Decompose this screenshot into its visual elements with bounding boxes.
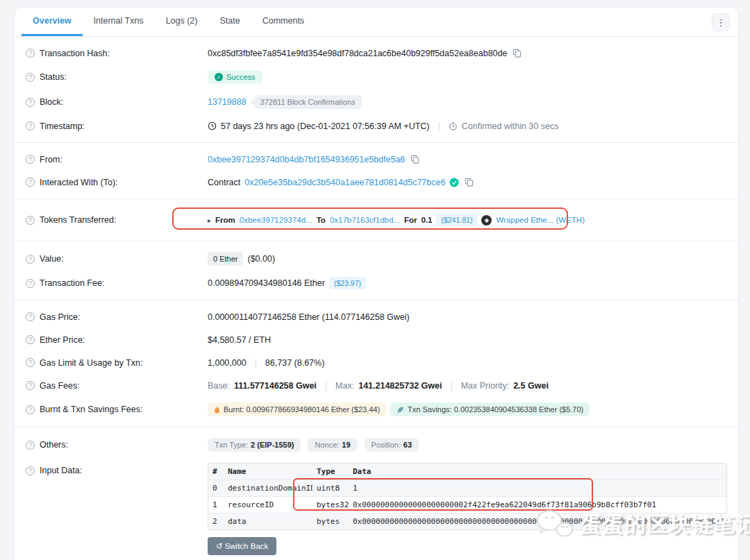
- txn-type-value: 2 (EIP-1559): [251, 441, 294, 449]
- confirmed-within: Confirmed within 30 secs: [462, 121, 559, 131]
- transaction-hash-label: Transaction Hash:: [40, 49, 110, 58]
- cell-data: 1: [349, 480, 726, 496]
- row-from: ? From: 0xbee397129374d0b4db7bf165493695…: [15, 148, 738, 171]
- to-contract-link[interactable]: 0x20e5e35ba29dc3b540a1aee781d0814d5c77bc…: [244, 178, 445, 187]
- section-parties: ? From: 0xbee397129374d0b4db7bf165493695…: [15, 143, 738, 199]
- switch-back-button[interactable]: ↺Switch Back: [208, 537, 276, 555]
- section-gas: ? Gas Price: 0.00000114077146258 Ether (…: [15, 300, 738, 427]
- row-gas-limit-usage: ? Gas Limit & Usage by Txn: 1,000,000 | …: [15, 351, 738, 374]
- divider: |: [446, 381, 456, 391]
- help-icon: ?: [26, 312, 35, 321]
- help-icon: ?: [26, 358, 35, 367]
- input-table-row: 1 resourceID bytes32 0x00000000000000000…: [208, 497, 726, 514]
- tab-overview[interactable]: Overview: [22, 8, 83, 36]
- row-interacted-with: ? Interacted With (To): Contract 0x20e5e…: [15, 171, 738, 194]
- section-summary: ? Transaction Hash: 0xc85df3fbfee7a8541e…: [15, 37, 738, 143]
- help-icon: ?: [26, 405, 35, 414]
- cell-index: 2: [208, 514, 224, 529]
- weth-token-icon: ◆: [481, 215, 492, 226]
- help-icon: ?: [26, 73, 35, 82]
- cell-index: 0: [208, 480, 224, 496]
- max-priority-label: Max Priority:: [461, 381, 509, 391]
- tab-comments[interactable]: Comments: [251, 8, 315, 36]
- nonce-badge: Nonce: 19: [308, 438, 357, 452]
- transaction-hash-value: 0xc85df3fbfee7a8541e9fd354e98df78dca21ac…: [208, 49, 507, 58]
- cell-type: bytes: [312, 514, 349, 529]
- burnt-badge: Burnt: 0.009677866934980146 Ether ($23.4…: [208, 402, 386, 416]
- token-for-label: For: [404, 216, 417, 224]
- gas-price-label: Gas Price:: [40, 312, 80, 322]
- tab-state[interactable]: State: [208, 8, 251, 36]
- input-table-row: 2 data bytes 0x0000000000000000000000000…: [208, 514, 726, 529]
- row-transaction-hash: ? Transaction Hash: 0xc85df3fbfee7a8541e…: [15, 42, 738, 65]
- help-icon: ?: [26, 178, 35, 187]
- gas-fees-label: Gas Fees:: [40, 381, 80, 391]
- max-fee-label: Max:: [335, 381, 354, 391]
- status-label: Status:: [40, 72, 67, 82]
- col-name-header: Name: [224, 464, 312, 480]
- help-icon: ?: [26, 381, 35, 390]
- nonce-key: Nonce:: [315, 441, 339, 449]
- row-others: ? Others: Txn Type: 2 (EIP-1559) Nonce: …: [15, 432, 738, 457]
- others-label: Others:: [40, 440, 68, 450]
- gas-limit-usage-label: Gas Limit & Usage by Txn:: [40, 358, 142, 368]
- from-address-link[interactable]: 0xbee397129374d0b4db7bf1654936951e5bdfe5…: [208, 155, 405, 164]
- transaction-fee-usd-badge: ($23.97): [329, 277, 366, 289]
- status-badge-label: Success: [226, 73, 256, 81]
- cell-type: uint8: [312, 480, 349, 496]
- token-from-address-link[interactable]: 0xbee397129374d...: [240, 216, 312, 224]
- row-gas-fees: ? Gas Fees: Base: 111.577146258 Gwei | M…: [15, 374, 738, 397]
- max-fee-value: 141.214825732 Gwei: [358, 381, 442, 391]
- from-label: From:: [40, 155, 62, 164]
- tab-logs[interactable]: Logs (2): [155, 8, 209, 36]
- cell-name: data: [224, 514, 312, 529]
- cell-type: bytes32: [312, 497, 349, 513]
- check-circle-icon: ✓: [215, 73, 223, 81]
- clock-icon: [208, 121, 217, 130]
- token-name-link[interactable]: Wrapped Ethe... (WETH): [496, 216, 585, 224]
- help-icon: ?: [26, 216, 35, 225]
- timestamp-age: 57 days 23 hrs ago (Dec-01-2021 07:56:39…: [221, 121, 430, 131]
- col-type-header: Type: [312, 464, 349, 480]
- nonce-value: 19: [342, 441, 350, 449]
- stopwatch-icon: [449, 121, 458, 130]
- kebab-menu-button[interactable]: ⋮: [712, 13, 730, 31]
- transaction-fee-label: Transaction Fee:: [40, 278, 104, 288]
- help-icon: ?: [26, 49, 35, 58]
- help-icon: ?: [26, 121, 35, 130]
- input-data-table[interactable]: # Name Type Data 0 destinationDomainID u…: [208, 463, 727, 530]
- copy-from-button[interactable]: [409, 155, 421, 164]
- tab-internal-txns[interactable]: Internal Txns: [83, 8, 155, 36]
- position-badge: Position: 63: [365, 438, 419, 452]
- block-confirmations-badge: 372811 Block Confirmations: [251, 95, 362, 109]
- row-burnt-savings: ? Burnt & Txn Savings Fees: Burnt: 0.009…: [15, 397, 738, 422]
- row-block: ? Block: 13719888 372811 Block Confirmat…: [15, 90, 738, 114]
- contract-prefix: Contract: [208, 178, 240, 187]
- col-data-header: Data: [349, 464, 726, 480]
- caret-right-icon: ▸: [208, 217, 211, 224]
- row-gas-price: ? Gas Price: 0.00000114077146258 Ether (…: [15, 305, 738, 328]
- value-label: Value:: [40, 254, 64, 264]
- copy-icon: [465, 178, 474, 187]
- block-label: Block:: [40, 97, 63, 107]
- token-to-address-link[interactable]: 0x17b7163cf1dbd...: [330, 216, 400, 224]
- gas-usage-value: 86,737 (8.67%): [265, 358, 324, 368]
- interacted-with-label: Interacted With (To):: [40, 178, 118, 187]
- block-number-link[interactable]: 13719888: [208, 97, 247, 107]
- ether-price-label: Ether Price:: [40, 335, 85, 345]
- help-icon: ?: [26, 466, 35, 475]
- input-table-header: # Name Type Data: [208, 464, 726, 480]
- help-icon: ?: [26, 98, 35, 107]
- base-fee-label: Base:: [208, 381, 230, 391]
- token-to-label: To: [317, 216, 326, 224]
- row-input-data: ? Input Data: # Name Type Data 0 destina…: [15, 457, 738, 560]
- cell-index: 1: [208, 497, 224, 513]
- leaf-icon: [397, 406, 404, 414]
- position-key: Position:: [372, 441, 401, 449]
- copy-to-button[interactable]: [463, 178, 475, 187]
- cell-name: resourceID: [224, 497, 312, 513]
- row-tokens-transferred: ? Tokens Transferred: ▸ From 0xbee397129…: [15, 204, 738, 236]
- copy-txhash-button[interactable]: [511, 49, 523, 58]
- transaction-fee-amount: 0.009894709434980146 Ether: [208, 278, 325, 288]
- gas-price-value: 0.00000114077146258 Ether (114.077146258…: [208, 312, 410, 322]
